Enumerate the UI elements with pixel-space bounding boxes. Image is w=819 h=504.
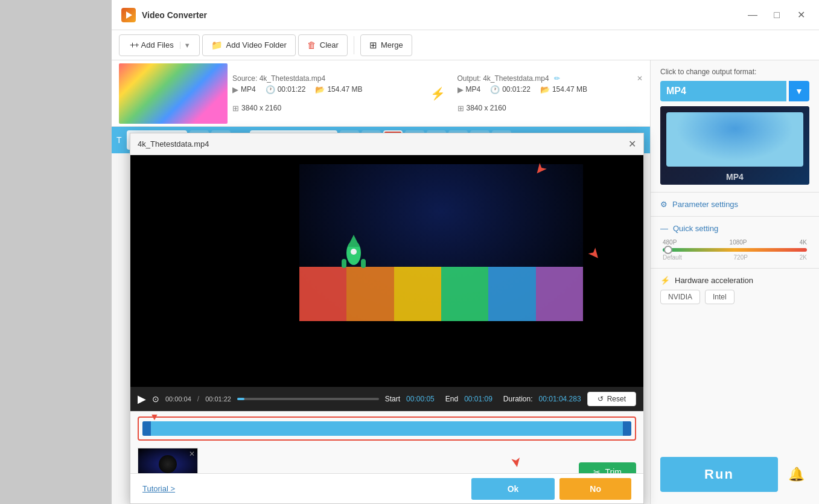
- reset-button[interactable]: ↺ Reset: [587, 392, 636, 406]
- out-format-value: MP4: [466, 85, 481, 94]
- merge-button[interactable]: ⊞ Merge: [360, 34, 412, 56]
- size-value: 154.47 MB: [327, 85, 362, 94]
- svg-rect-3: [342, 259, 346, 268]
- dialog-title: 4k_Thetestdata.mp4: [138, 139, 209, 148]
- param-settings-button[interactable]: ⚙ Parameter settings: [660, 200, 809, 209]
- format-icon: ▶: [232, 85, 238, 94]
- minimize-button[interactable]: —: [744, 7, 761, 24]
- format-dropdown-button[interactable]: ▼: [789, 81, 809, 101]
- source-label: Source: 4k_Thetestdata.mp4: [232, 74, 418, 83]
- res-icon: ⊞: [232, 104, 239, 113]
- source-details: Source: 4k_Thetestdata.mp4 ▶ MP4 🕐 00:01…: [232, 74, 418, 113]
- arrow-annotation-3: ➤: [508, 456, 525, 469]
- parameter-section: ⚙ Parameter settings: [651, 193, 819, 217]
- format-thumbnail: MP4: [660, 106, 809, 185]
- output-details: Output: 4k_Thetestdata.mp4 ✏ ✕ ▶ MP4 🕐 0…: [457, 74, 643, 113]
- quick-label-text: Quick setting: [673, 224, 718, 233]
- window-controls: — □ ✕: [744, 7, 809, 24]
- gpu-badges: NVIDIA Intel: [660, 290, 809, 304]
- progress-fill: [237, 398, 244, 400]
- quality-track[interactable]: [663, 248, 807, 252]
- dialog-close-button[interactable]: ✕: [628, 138, 636, 150]
- play-button[interactable]: ▶: [138, 392, 146, 406]
- resolution-value: 3840 x 2160: [241, 104, 281, 112]
- reset-icon: ↺: [598, 395, 604, 403]
- output-label: Output: 4k_Thetestdata.mp4 ✏ ✕: [457, 74, 643, 83]
- start-time: 00:00:05: [406, 395, 435, 403]
- q-480p: 480P: [663, 239, 677, 246]
- ok-button[interactable]: Ok: [471, 478, 555, 500]
- add-files-label: + Add Files: [135, 40, 174, 49]
- trim-bar[interactable]: [142, 421, 631, 436]
- merge-icon: ⊞: [369, 40, 377, 51]
- duration-time: 00:01:04.283: [539, 395, 581, 403]
- out-format-icon: ▶: [457, 85, 464, 94]
- video-dialog: 4k_Thetestdata.mp4 ✕: [130, 133, 644, 504]
- no-button[interactable]: No: [559, 478, 631, 500]
- param-icon: ⚙: [660, 200, 668, 209]
- file-thumbnail: [119, 63, 228, 124]
- playback-controls: ▶ ⊙ 00:00:04 / 00:01:22 Start 00:00:05 E…: [130, 387, 643, 411]
- svg-marker-2: [348, 235, 360, 247]
- hw-label: ⚡ Hardware acceleration: [660, 276, 809, 285]
- folder-size-icon: 📂: [315, 85, 325, 94]
- svg-rect-4: [361, 259, 366, 268]
- format-label: Click to change output format:: [660, 68, 809, 76]
- text-icon: T: [116, 135, 122, 145]
- alarm-button[interactable]: 🔔: [783, 461, 809, 488]
- hardware-acceleration-section: ⚡ Hardware acceleration NVIDIA Intel: [651, 269, 819, 311]
- out-duration-value: 00:01:22: [502, 85, 531, 94]
- reset-label: Reset: [607, 395, 626, 403]
- edit-output-icon[interactable]: ✏: [554, 74, 560, 83]
- svg-point-5: [351, 249, 357, 255]
- folder-icon: 📁: [211, 40, 223, 51]
- close-output-icon[interactable]: ✕: [637, 74, 643, 83]
- q-2k: 2K: [800, 254, 807, 261]
- quality-sub-labels: Default 720P 2K: [663, 254, 807, 261]
- main-area: Source: 4k_Thetestdata.mp4 ▶ MP4 🕐 00:01…: [112, 60, 650, 504]
- clip-close-button[interactable]: ✕: [189, 450, 195, 458]
- dropdown-arrow[interactable]: ▼: [180, 42, 191, 49]
- trim-handle-left[interactable]: [142, 421, 151, 436]
- run-button[interactable]: Run: [660, 457, 778, 492]
- format-preview-bg: MP4: [660, 106, 809, 185]
- add-files-button[interactable]: ＋ + Add Files ▼: [119, 34, 200, 56]
- quick-setting-label: — Quick setting: [660, 224, 809, 233]
- out-folder-icon: 📂: [540, 85, 550, 94]
- format-select-row: MP4 ▼: [660, 81, 809, 101]
- maximize-button[interactable]: □: [768, 7, 785, 24]
- source-meta: ▶ MP4 🕐 00:01:22 📂 154.47 MB ⊞ 3840 x 21…: [232, 85, 418, 113]
- nvidia-badge[interactable]: NVIDIA: [660, 290, 700, 304]
- tutorial-link[interactable]: Tutorial >: [142, 484, 175, 493]
- clear-button[interactable]: 🗑 Clear: [298, 34, 348, 56]
- quick-icon: —: [660, 224, 668, 233]
- clock-icon: 🕐: [266, 85, 275, 94]
- intel-badge[interactable]: Intel: [705, 290, 735, 304]
- right-panel: Click to change output format: MP4 ▼ MP4…: [650, 60, 819, 504]
- progress-bar[interactable]: [237, 398, 379, 400]
- source-resolution: ⊞ 3840 x 2160: [232, 104, 281, 113]
- format-display[interactable]: MP4: [660, 81, 786, 101]
- clear-label: Clear: [320, 40, 339, 49]
- add-video-folder-button[interactable]: 📁 Add Video Folder: [202, 34, 296, 56]
- dialog-title-bar: 4k_Thetestdata.mp4 ✕: [130, 133, 643, 155]
- q-4k: 4K: [800, 239, 807, 246]
- format-preview-image: [666, 112, 803, 167]
- play-next-button[interactable]: ⊙: [152, 394, 159, 404]
- q-1080p: 1080P: [730, 239, 747, 246]
- output-duration: 🕐 00:01:22: [490, 85, 531, 94]
- file-info-row: Source: 4k_Thetestdata.mp4 ▶ MP4 🕐 00:01…: [112, 60, 650, 127]
- out-res-icon: ⊞: [457, 104, 464, 113]
- quality-thumb[interactable]: [664, 246, 672, 254]
- output-resolution: ⊞ 3840 x 2160: [457, 104, 506, 113]
- quality-slider-container: 480P 1080P 4K Default 720P 2K: [660, 239, 809, 261]
- out-clock-icon: 🕐: [490, 85, 500, 94]
- arrow-annotation-2: ➤: [585, 244, 605, 264]
- param-label: Parameter settings: [672, 200, 738, 209]
- close-button[interactable]: ✕: [792, 7, 809, 24]
- arrow-divider: ⚡: [430, 86, 445, 101]
- output-size: 📂 154.47 MB: [540, 85, 587, 94]
- trim-handle-right[interactable]: [623, 421, 631, 436]
- trim-bar-container: ▼: [138, 416, 636, 441]
- q-720p: 720P: [734, 254, 748, 261]
